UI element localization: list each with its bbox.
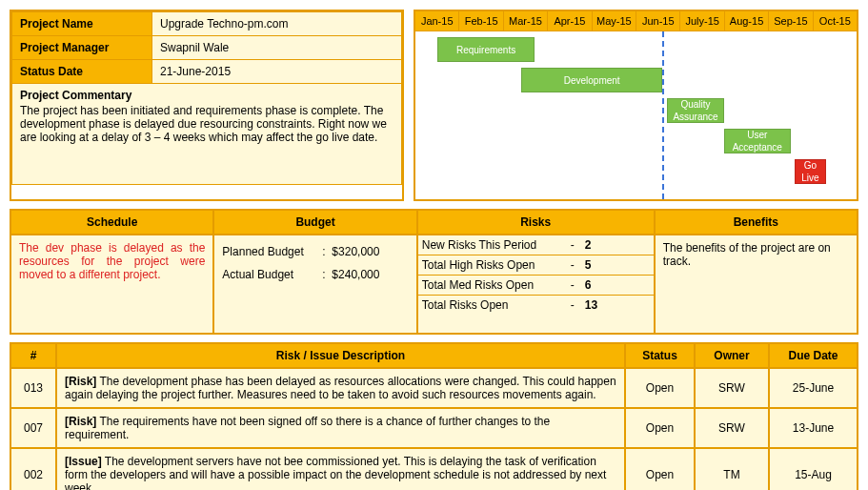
issue-due: 13-June [769,408,858,448]
header-risks: Risks [417,210,655,235]
gantt-month: May-15 [593,11,636,31]
header-schedule: Schedule [10,210,213,235]
risk-label: New Risks This Period [418,235,564,255]
issue-status: Open [625,448,695,490]
risk-label: Total Risks Open [418,296,564,316]
gantt-bar: Go Live [795,159,825,184]
issue-desc: [Issue] The development servers have not… [56,448,625,490]
issue-status: Open [625,368,695,408]
commentary-title: Project Commentary [20,89,394,102]
schedule-text: The dev phase is delayed as the resource… [19,241,205,281]
issue-num: 013 [10,368,56,408]
gantt-month: Jun-15 [636,11,680,31]
gantt-header: Jan-15Feb-15Mar-15Apr-15May-15Jun-15July… [415,11,857,31]
gantt-month: July-15 [680,11,724,31]
label-project-manager: Project Manager [12,36,152,60]
header-desc: Risk / Issue Description [56,343,625,368]
table-row: 002[Issue] The development servers have … [10,448,858,490]
risks-cell: New Risks This Period-2Total High Risks … [417,235,655,334]
gantt-month: Aug-15 [725,11,769,31]
header-status: Status [625,343,695,368]
gantt-month: Apr-15 [548,11,592,31]
summary-table: Schedule Budget Risks Benefits The dev p… [10,209,858,335]
gantt-month: Mar-15 [504,11,548,31]
benefits-cell: The benefits of the project are on track… [655,235,858,334]
project-commentary: Project Commentary The project has been … [12,84,402,185]
header-owner: Owner [695,343,769,368]
planned-budget-value: $320,000 [332,245,379,258]
risk-value: 5 [581,255,654,276]
issue-desc: [Risk] The requirements have not been si… [56,408,625,448]
risk-label: Total High Risks Open [418,255,564,276]
header-due: Due Date [769,343,858,368]
gantt-bar: Requirements [437,37,535,62]
value-status-date: 21-June-2015 [152,60,402,84]
gantt-body: RequirementsDevelopmentQuality Assurance… [415,31,857,199]
risk-label: Total Med Risks Open [418,276,564,296]
gantt-month: Oct-15 [814,11,857,31]
header-benefits: Benefits [655,210,858,235]
table-row: 007[Risk] The requirements have not been… [10,408,858,448]
planned-budget-label: Planned Budget [222,245,322,258]
issue-owner: SRW [695,368,769,408]
header-budget: Budget [213,210,416,235]
project-info-panel: Project Name Upgrade Techno-pm.com Proje… [10,10,404,201]
commentary-text: The project has been initiated and requi… [20,104,387,144]
issue-num: 007 [10,408,56,448]
issue-owner: TM [695,448,769,490]
schedule-cell: The dev phase is delayed as the resource… [10,235,213,334]
issue-owner: SRW [695,408,769,448]
today-line [662,31,664,199]
value-project-name: Upgrade Techno-pm.com [152,12,402,36]
gantt-month: Jan-15 [415,11,459,31]
gantt-bar: Development [521,68,662,92]
table-row: 013[Risk] The development phase has been… [10,368,858,408]
actual-budget-value: $240,000 [332,268,379,281]
issue-num: 002 [10,448,56,490]
actual-budget-label: Actual Budget [222,268,322,281]
risk-value: 13 [581,296,654,316]
gantt-month: Feb-15 [459,11,503,31]
issue-status: Open [625,408,695,448]
gantt-month: Sep-15 [769,11,813,31]
issue-desc: [Risk] The development phase has been de… [56,368,625,408]
label-project-name: Project Name [12,12,152,36]
budget-cell: Planned Budget : $320,000 Actual Budget … [213,235,416,334]
gantt-bar: User Acceptance [724,129,790,153]
risk-value: 2 [581,235,654,255]
header-num: # [10,343,56,368]
gantt-bar: Quality Assurance [667,98,724,123]
issue-due: 15-Aug [769,448,858,490]
risk-value: 6 [581,276,654,296]
label-status-date: Status Date [12,60,152,84]
gantt-chart: Jan-15Feb-15Mar-15Apr-15May-15Jun-15July… [414,10,858,201]
issues-table: # Risk / Issue Description Status Owner … [10,342,858,490]
value-project-manager: Swapnil Wale [152,36,402,60]
issue-due: 25-June [769,368,858,408]
